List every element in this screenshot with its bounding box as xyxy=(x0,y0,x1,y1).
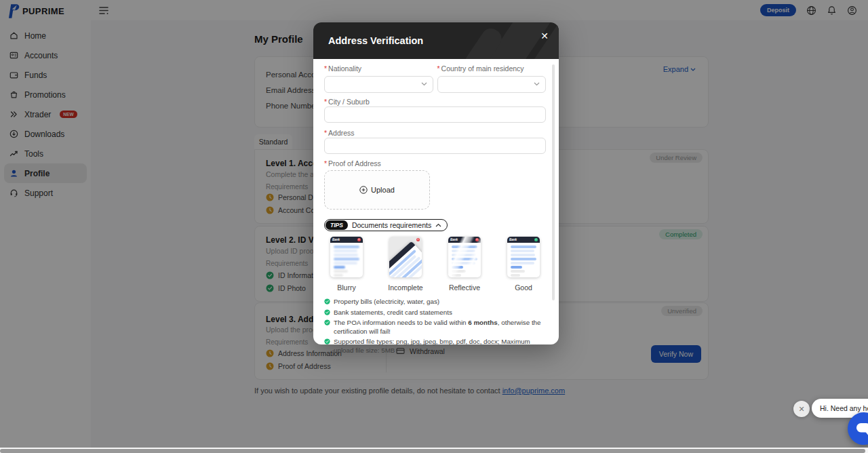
proof-of-address-label: *Proof of Address xyxy=(324,159,381,168)
country-label: *Country of main residency xyxy=(437,64,547,73)
chat-dismiss-button[interactable]: ✕ xyxy=(793,401,810,417)
approve-dot-icon: ✓ xyxy=(534,238,538,241)
modal-scrollbar[interactable] xyxy=(552,64,555,300)
country-select[interactable] xyxy=(437,76,547,93)
glare-effect xyxy=(448,237,481,277)
modal-header: Address Verification ✕ xyxy=(313,22,559,59)
blurry-doc-thumbnail: Bank✕ xyxy=(330,237,363,277)
tips-badge: TIPS xyxy=(326,220,348,230)
document-examples: Bank✕ Blurry Bank ✕ Incomplete Bank✕ xyxy=(324,237,546,292)
check-bullet-icon xyxy=(324,309,330,315)
chevron-up-icon xyxy=(435,223,441,227)
example-good: Bank✓ Good xyxy=(502,237,545,292)
tip-item: Property bills (electricity, water, gas) xyxy=(324,298,548,306)
close-icon[interactable]: ✕ xyxy=(540,31,549,41)
incomplete-doc-thumbnail: Bank ✕ xyxy=(389,237,422,277)
chevron-down-icon xyxy=(534,82,540,86)
example-caption: Blurry xyxy=(337,283,355,292)
example-reflective: Bank✕ Reflective xyxy=(443,237,486,292)
reject-dot-icon: ✕ xyxy=(357,238,361,241)
modal-body: *Nationality *Country of main residency … xyxy=(313,59,559,344)
upload-dropzone[interactable]: Upload xyxy=(324,170,430,210)
example-caption: Incomplete xyxy=(388,283,422,292)
tips-label: Documents requirements xyxy=(352,221,431,229)
chat-bubble-icon xyxy=(856,422,868,436)
check-bullet-icon xyxy=(324,298,330,304)
address-label: *Address xyxy=(324,129,355,137)
upload-label: Upload xyxy=(371,186,395,194)
tip-item: Supported file types: png, jpg, jpeg, bm… xyxy=(324,338,548,354)
nationality-select[interactable] xyxy=(324,76,433,93)
tips-toggle[interactable]: TIPS Documents requirements xyxy=(324,219,448,231)
example-caption: Reflective xyxy=(449,283,480,292)
horizontal-scrollbar[interactable] xyxy=(0,448,868,453)
tip-item: Bank statements, credit card statements xyxy=(324,309,548,317)
example-incomplete: Bank ✕ Incomplete xyxy=(384,237,427,292)
tip-item: The POA information needs to be valid wi… xyxy=(324,319,548,335)
reflective-doc-thumbnail: Bank✕ xyxy=(448,237,481,277)
check-bullet-icon xyxy=(324,319,330,326)
address-input[interactable] xyxy=(324,138,546,154)
example-blurry: Bank✕ Blurry xyxy=(326,237,368,292)
upload-plus-icon xyxy=(359,186,368,194)
example-caption: Good xyxy=(515,283,532,292)
city-label: *City / Suburb xyxy=(324,98,370,106)
tips-bullet-list: Property bills (electricity, water, gas)… xyxy=(324,298,548,355)
address-verification-modal: Address Verification ✕ *Nationality *Cou… xyxy=(313,22,559,344)
nationality-label: *Nationality xyxy=(324,64,433,73)
good-doc-thumbnail: Bank✓ xyxy=(507,237,540,277)
check-bullet-icon xyxy=(324,338,330,344)
reject-dot-icon: ✕ xyxy=(416,238,420,241)
modal-title: Address Verification xyxy=(328,35,423,46)
chevron-down-icon xyxy=(421,82,427,86)
city-input[interactable] xyxy=(324,106,546,123)
scrollbar-thumb[interactable] xyxy=(0,449,865,453)
